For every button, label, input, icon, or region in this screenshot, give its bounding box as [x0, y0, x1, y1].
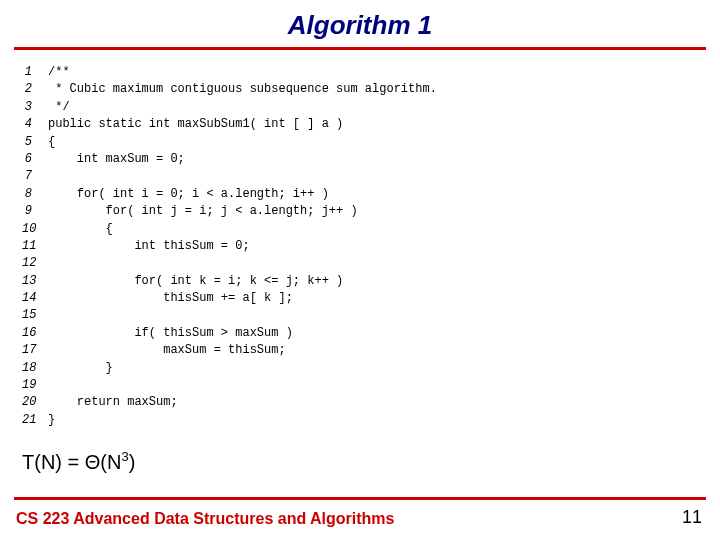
code-text: int maxSum = 0; — [48, 151, 185, 168]
code-line: 4public static int maxSubSum1( int [ ] a… — [22, 116, 720, 133]
code-line: 17 maxSum = thisSum; — [22, 342, 720, 359]
line-number: 13 — [22, 273, 48, 290]
code-text: { — [48, 221, 113, 238]
line-number: 11 — [22, 238, 48, 255]
code-text: int thisSum = 0; — [48, 238, 250, 255]
code-line: 21} — [22, 412, 720, 429]
line-number: 6 — [22, 151, 48, 168]
code-line: 9 for( int j = i; j < a.length; j++ ) — [22, 203, 720, 220]
code-text: } — [48, 360, 113, 377]
code-text: * Cubic maximum contiguous subsequence s… — [48, 81, 437, 98]
code-block: 1/**2 * Cubic maximum contiguous subsequ… — [22, 64, 720, 429]
code-line: 6 int maxSum = 0; — [22, 151, 720, 168]
line-number: 19 — [22, 377, 48, 394]
footer-divider — [14, 497, 706, 500]
footer-course: CS 223 Advanced Data Structures and Algo… — [16, 510, 394, 528]
code-text: for( int j = i; j < a.length; j++ ) — [48, 203, 358, 220]
code-line: 12 — [22, 255, 720, 272]
code-line: 1/** — [22, 64, 720, 81]
line-number: 21 — [22, 412, 48, 429]
code-line: 13 for( int k = i; k <= j; k++ ) — [22, 273, 720, 290]
code-text: maxSum = thisSum; — [48, 342, 286, 359]
code-line: 3 */ — [22, 99, 720, 116]
code-line: 8 for( int i = 0; i < a.length; i++ ) — [22, 186, 720, 203]
complexity-text: T(N) = Θ(N3) — [22, 449, 135, 474]
code-line: 11 int thisSum = 0; — [22, 238, 720, 255]
line-number: 17 — [22, 342, 48, 359]
line-number: 10 — [22, 221, 48, 238]
code-line: 16 if( thisSum > maxSum ) — [22, 325, 720, 342]
code-text: */ — [48, 99, 70, 116]
line-number: 2 — [22, 81, 48, 98]
line-number: 12 — [22, 255, 48, 272]
line-number: 20 — [22, 394, 48, 411]
code-text: for( int i = 0; i < a.length; i++ ) — [48, 186, 329, 203]
code-line: 14 thisSum += a[ k ]; — [22, 290, 720, 307]
line-number: 1 — [22, 64, 48, 81]
code-text: for( int k = i; k <= j; k++ ) — [48, 273, 343, 290]
line-number: 18 — [22, 360, 48, 377]
title-divider — [14, 47, 706, 50]
code-line: 2 * Cubic maximum contiguous subsequence… — [22, 81, 720, 98]
line-number: 7 — [22, 168, 48, 185]
code-line: 15 — [22, 307, 720, 324]
code-line: 7 — [22, 168, 720, 185]
line-number: 4 — [22, 116, 48, 133]
slide-number: 11 — [682, 507, 702, 528]
line-number: 8 — [22, 186, 48, 203]
slide-title: Algorithm 1 — [0, 0, 720, 41]
code-text: return maxSum; — [48, 394, 178, 411]
code-text: } — [48, 412, 55, 429]
line-number: 9 — [22, 203, 48, 220]
complexity-suffix: ) — [129, 451, 136, 473]
code-text: public static int maxSubSum1( int [ ] a … — [48, 116, 343, 133]
code-text: if( thisSum > maxSum ) — [48, 325, 293, 342]
code-line: 19 — [22, 377, 720, 394]
line-number: 5 — [22, 134, 48, 151]
line-number: 3 — [22, 99, 48, 116]
line-number: 16 — [22, 325, 48, 342]
code-line: 5{ — [22, 134, 720, 151]
complexity-exponent: 3 — [121, 449, 128, 464]
code-line: 20 return maxSum; — [22, 394, 720, 411]
code-text: { — [48, 134, 55, 151]
code-text: thisSum += a[ k ]; — [48, 290, 293, 307]
code-text: /** — [48, 64, 70, 81]
code-line: 18 } — [22, 360, 720, 377]
complexity-prefix: T(N) = Θ(N — [22, 451, 121, 473]
code-line: 10 { — [22, 221, 720, 238]
line-number: 14 — [22, 290, 48, 307]
line-number: 15 — [22, 307, 48, 324]
